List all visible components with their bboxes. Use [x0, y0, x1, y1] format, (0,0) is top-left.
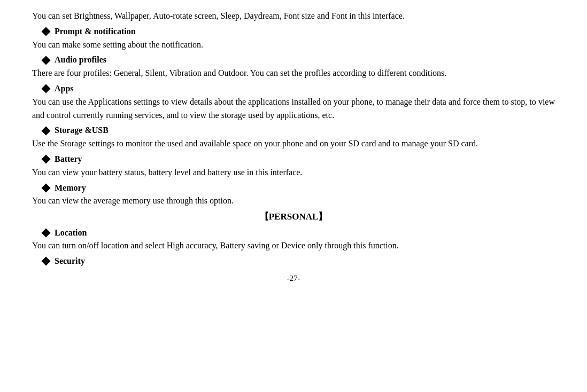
intro-paragraph: You can set Brightness, Wallpaper, Auto-… — [32, 10, 555, 23]
heading-apps: Apps — [32, 82, 555, 96]
heading-security: Security — [32, 255, 555, 268]
personal-sections-container: LocationYou can turn on/off location and… — [32, 226, 555, 268]
body-audio-profiles: There are four profiles: General, Silent… — [32, 67, 555, 80]
heading-storage-usb: Storage &USB — [32, 124, 555, 137]
page-content: You can set Brightness, Wallpaper, Auto-… — [0, 0, 587, 392]
page-number: -27- — [32, 272, 555, 285]
heading-battery: Battery — [32, 153, 555, 166]
heading-text-security: Security — [55, 255, 85, 268]
body-storage-usb: Use the Storage settings to monitor the … — [32, 137, 555, 151]
diamond-icon — [42, 257, 51, 266]
body-prompt-notification: You can make some setting about the noti… — [32, 38, 555, 52]
diamond-icon — [42, 183, 51, 192]
intro-text: You can set Brightness, Wallpaper, Auto-… — [32, 11, 405, 20]
diamond-icon — [42, 155, 51, 164]
body-apps: You can use the Applications settings to… — [32, 96, 555, 122]
heading-text-apps: Apps — [55, 82, 74, 96]
diamond-icon — [42, 126, 51, 135]
heading-text-memory: Memory — [55, 182, 86, 195]
personal-heading: 【PERSONAL】 — [32, 210, 555, 224]
heading-text-storage-usb: Storage &USB — [55, 124, 109, 137]
body-battery: You can view your battery status, batter… — [32, 166, 555, 179]
sections-container: Prompt & notificationYou can make some s… — [32, 25, 555, 208]
body-location: You can turn on/off location and select … — [32, 239, 555, 253]
body-memory: You can view the average memory use thro… — [32, 194, 555, 208]
heading-audio-profiles: Audio profiles — [32, 53, 555, 67]
diamond-icon — [42, 228, 51, 237]
heading-location: Location — [32, 226, 555, 240]
heading-text-audio-profiles: Audio profiles — [55, 53, 106, 67]
diamond-icon — [42, 56, 51, 65]
diamond-icon — [42, 27, 51, 36]
heading-text-battery: Battery — [55, 153, 82, 166]
heading-text-location: Location — [55, 226, 87, 240]
heading-text-prompt-notification: Prompt & notification — [55, 25, 136, 38]
heading-prompt-notification: Prompt & notification — [32, 25, 555, 38]
diamond-icon — [42, 84, 51, 93]
heading-memory: Memory — [32, 182, 555, 195]
